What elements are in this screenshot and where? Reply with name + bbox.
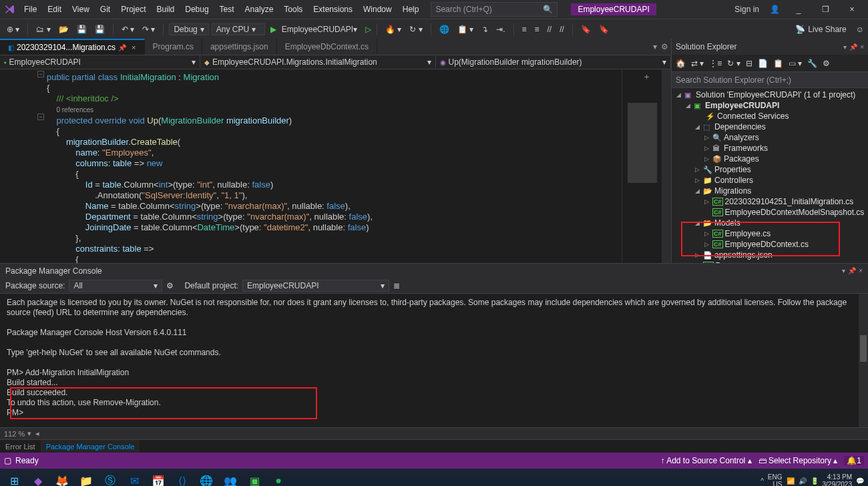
tree-migr-file2[interactable]: C#EmployeeDbContextModelSnapshot.cs bbox=[672, 207, 868, 218]
uncomment-icon[interactable]: // bbox=[557, 23, 567, 35]
pmc-source-select[interactable]: All▾ bbox=[69, 280, 162, 292]
notifications-icon[interactable]: 🔔1 bbox=[844, 456, 864, 465]
explorer-icon[interactable]: 📁 bbox=[76, 471, 96, 486]
zoom-dropdown-icon[interactable]: ▾ bbox=[27, 429, 31, 438]
menu-build[interactable]: Build bbox=[152, 0, 180, 19]
back-button[interactable]: ⊕ ▾ bbox=[4, 23, 22, 35]
menu-extensions[interactable]: Extensions bbox=[308, 0, 358, 19]
platform-select[interactable]: Any CPU ▾ bbox=[212, 23, 265, 35]
minimap[interactable] bbox=[622, 69, 662, 263]
menu-debug[interactable]: Debug bbox=[180, 0, 214, 19]
redo-button[interactable]: ↷ ▾ bbox=[140, 23, 158, 35]
tree-program[interactable]: ▷C#Program.cs bbox=[672, 260, 868, 263]
settings-icon[interactable]: ⚙ bbox=[661, 42, 668, 51]
tree-frameworks[interactable]: ▷🏛Frameworks bbox=[672, 143, 868, 154]
code-content[interactable]: public partial class InitialMigration : … bbox=[40, 69, 622, 263]
outdent-icon[interactable]: ≡ bbox=[532, 23, 542, 35]
menu-view[interactable]: View bbox=[67, 0, 95, 19]
vscode-icon[interactable]: ⟨⟩ bbox=[172, 471, 192, 486]
firefox-icon[interactable]: 🦊 bbox=[52, 471, 72, 486]
menu-file[interactable]: File bbox=[19, 0, 42, 19]
vs-taskbar-icon[interactable]: ◆ bbox=[28, 471, 48, 486]
step2-icon[interactable]: ⇥. bbox=[493, 23, 507, 35]
close-panel-icon[interactable]: × bbox=[860, 43, 864, 51]
menu-tools[interactable]: Tools bbox=[278, 0, 308, 19]
hot-reload-icon[interactable]: 🔥 ▾ bbox=[383, 23, 404, 35]
nav-project-select[interactable]: ▪EmployeeCRUDAPI▾ bbox=[0, 56, 200, 68]
preview-toggle-icon[interactable]: ▭ ▾ bbox=[787, 58, 803, 69]
scroll-left-icon[interactable]: ◂ bbox=[35, 429, 39, 438]
pmc-pin-icon[interactable]: 📌 bbox=[848, 267, 856, 274]
pmc-close-icon[interactable]: × bbox=[859, 267, 863, 274]
start-button[interactable]: ▶ bbox=[270, 25, 276, 34]
skype-icon[interactable]: Ⓢ bbox=[100, 471, 120, 486]
tree-project[interactable]: ◢▣EmployeeCRUDAPI bbox=[672, 100, 868, 111]
window-close[interactable]: × bbox=[839, 0, 865, 19]
volume-icon[interactable]: 🔊 bbox=[799, 477, 807, 485]
tree-connected[interactable]: ⚡Connected Services bbox=[672, 111, 868, 121]
menu-git[interactable]: Git bbox=[95, 0, 116, 19]
undo-button[interactable]: ↶ ▾ bbox=[119, 23, 137, 35]
process-icon[interactable]: 📋 ▾ bbox=[455, 23, 476, 35]
tab-dropdown-icon[interactable]: ▾ bbox=[653, 42, 657, 51]
chrome-icon[interactable]: 🌐 bbox=[196, 471, 216, 486]
tab-appsettings[interactable]: appsettings.json bbox=[202, 39, 277, 55]
browse-icon[interactable]: 🌐 bbox=[437, 23, 452, 35]
switch-view-icon[interactable]: ⇄ ▾ bbox=[690, 58, 705, 69]
search-input[interactable]: Search (Ctrl+Q) 🔍 bbox=[431, 2, 558, 17]
split-editor-icon[interactable]: ＋ bbox=[642, 71, 651, 83]
spotify-icon[interactable]: ● bbox=[268, 471, 288, 486]
explorer-search-input[interactable]: Search Solution Explorer (Ctrl+;) bbox=[672, 72, 868, 88]
live-share-button[interactable]: Live Share bbox=[808, 25, 846, 34]
tab-pmc[interactable]: Package Manager Console bbox=[41, 440, 140, 453]
pmc-settings-icon[interactable]: ⚙ bbox=[166, 281, 174, 290]
calendar-icon[interactable]: 📅 bbox=[148, 471, 168, 486]
nav-member-select[interactable]: ◉Up(MigrationBuilder migrationBuilder)▾ bbox=[436, 56, 672, 68]
new-project-icon[interactable]: 🗂 ▾ bbox=[33, 23, 53, 35]
tree-analyzers[interactable]: ▷🔍Analyzers bbox=[672, 132, 868, 143]
show-all-icon[interactable]: 📄 bbox=[756, 58, 769, 69]
start-button-icon[interactable]: ⊞ bbox=[4, 471, 24, 486]
window-pos-icon[interactable]: ▾ bbox=[843, 43, 847, 51]
battery-icon[interactable]: 🔋 bbox=[811, 477, 819, 485]
pin-icon[interactable]: 📌 bbox=[118, 44, 126, 51]
wifi-icon[interactable]: 📶 bbox=[787, 477, 795, 485]
tree-migr-file1[interactable]: ▷C#20230329104251_InitialMigration.cs bbox=[672, 196, 868, 207]
nav-class-select[interactable]: ◆EmployeeCRUDAPI.Migrations.InitialMigra… bbox=[200, 56, 436, 68]
tab-dbcontext[interactable]: EmployeeDbContext.cs bbox=[277, 39, 377, 55]
tab-error-list[interactable]: Error List bbox=[0, 440, 41, 453]
menu-help[interactable]: Help bbox=[397, 0, 425, 19]
window-maximize[interactable]: ❐ bbox=[812, 0, 839, 19]
menu-edit[interactable]: Edit bbox=[42, 0, 67, 19]
app-icon[interactable]: ▣ bbox=[244, 471, 264, 486]
sync-icon[interactable]: ↻ ▾ bbox=[726, 58, 741, 69]
bookmark-icon[interactable]: 🔖 bbox=[578, 23, 594, 35]
sign-in-link[interactable]: Sign in bbox=[729, 5, 765, 14]
start-no-debug-icon[interactable]: ▷ bbox=[365, 25, 371, 34]
window-minimize[interactable]: _ bbox=[785, 0, 812, 19]
props-icon[interactable]: 📋 bbox=[772, 58, 785, 69]
config-select[interactable]: Debug ▾ bbox=[169, 23, 208, 35]
tray-chevron-icon[interactable]: ^ bbox=[761, 477, 764, 485]
tab-program[interactable]: Program.cs bbox=[145, 39, 202, 55]
teams-icon[interactable]: 👥 bbox=[220, 471, 240, 486]
menu-project[interactable]: Project bbox=[116, 0, 151, 19]
notification-center-icon[interactable]: 💬 bbox=[856, 477, 864, 485]
zoom-level[interactable]: 112 % bbox=[4, 430, 25, 438]
tree-properties[interactable]: ▷🔧Properties bbox=[672, 164, 868, 175]
save-all-icon[interactable]: 💾 bbox=[92, 23, 107, 35]
filter-icon[interactable]: ⋮≡ bbox=[708, 58, 723, 69]
tree-packages[interactable]: ▷📦Packages bbox=[672, 154, 868, 164]
select-repository[interactable]: 🗃 Select Repository ▴ bbox=[758, 456, 838, 465]
open-icon[interactable]: 📂 bbox=[56, 23, 71, 35]
pmc-scrollbar[interactable] bbox=[859, 294, 868, 427]
tree-dependencies[interactable]: ◢⬚Dependencies bbox=[672, 121, 868, 132]
gear-icon[interactable]: ⚙ bbox=[821, 58, 831, 69]
bookmark2-icon[interactable]: 🔖 bbox=[596, 23, 612, 35]
pmc-pos-icon[interactable]: ▾ bbox=[842, 267, 845, 274]
live-share-icon[interactable]: 📡 bbox=[795, 25, 805, 34]
step-icon[interactable]: ↴ bbox=[479, 23, 491, 35]
start-label[interactable]: EmployeeCRUDAPI ▾ bbox=[279, 23, 360, 35]
pin-panel-icon[interactable]: 📌 bbox=[849, 43, 857, 51]
close-tab-icon[interactable]: × bbox=[132, 43, 136, 51]
